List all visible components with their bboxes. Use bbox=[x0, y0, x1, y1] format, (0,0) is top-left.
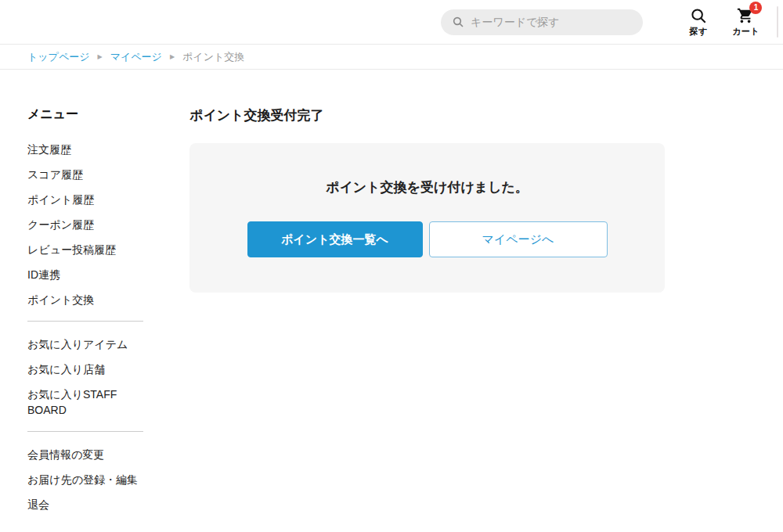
sidebar-item-address-edit[interactable]: お届け先の登録・編集 bbox=[27, 472, 143, 487]
search-icon bbox=[452, 16, 471, 28]
scrollbar-thumb[interactable] bbox=[777, 6, 778, 38]
breadcrumb-current: ポイント交換 bbox=[182, 50, 244, 64]
mypage-button[interactable]: マイページへ bbox=[429, 221, 608, 257]
completion-message: ポイント交換を受け付けました。 bbox=[326, 178, 529, 196]
sidebar-item-member-info[interactable]: 会員情報の変更 bbox=[27, 447, 143, 462]
breadcrumb-link-top[interactable]: トップページ bbox=[27, 50, 90, 64]
sidebar-title: メニュー bbox=[27, 106, 143, 123]
sidebar-item-review-history[interactable]: レビュー投稿履歴 bbox=[27, 242, 143, 257]
point-exchange-list-button[interactable]: ポイント交換一覧へ bbox=[247, 221, 423, 257]
sidebar-item-favorite-staff-board[interactable]: お気に入りSTAFF BOARD bbox=[27, 386, 143, 418]
search-button-label: 探す bbox=[689, 26, 707, 38]
main-content: ポイント交換受付完了 ポイント交換を受け付けました。 ポイント交換一覧へ マイペ… bbox=[189, 106, 665, 293]
search-bar[interactable] bbox=[441, 9, 643, 35]
sidebar-item-favorite-items[interactable]: お気に入りアイテム bbox=[27, 336, 143, 352]
sidebar-item-favorite-shops[interactable]: お気に入り店舗 bbox=[27, 361, 143, 377]
breadcrumb-link-mypage[interactable]: マイページ bbox=[110, 50, 162, 64]
breadcrumb-separator-icon: ▶ bbox=[98, 53, 103, 60]
completion-panel: ポイント交換を受け付けました。 ポイント交換一覧へ マイページへ bbox=[189, 143, 665, 293]
page-title: ポイント交換受付完了 bbox=[189, 106, 665, 124]
magnifier-icon bbox=[690, 7, 707, 24]
sidebar-item-score-history[interactable]: スコア履歴 bbox=[27, 167, 143, 182]
sidebar-menu: メニュー 注文履歴 スコア履歴 ポイント履歴 クーポン履歴 レビュー投稿履歴 I… bbox=[27, 106, 143, 522]
sidebar-divider bbox=[27, 431, 143, 432]
header: 探す 1 カート bbox=[0, 0, 783, 45]
breadcrumb-separator-icon: ▶ bbox=[170, 53, 175, 60]
sidebar-divider bbox=[27, 321, 143, 322]
sidebar-item-coupon-history[interactable]: クーポン履歴 bbox=[27, 217, 143, 232]
sidebar-item-point-exchange[interactable]: ポイント交換 bbox=[27, 292, 143, 307]
cart-count-badge: 1 bbox=[749, 2, 762, 14]
breadcrumb: トップページ ▶ マイページ ▶ ポイント交換 bbox=[0, 45, 783, 70]
content-area: メニュー 注文履歴 スコア履歴 ポイント履歴 クーポン履歴 レビュー投稿履歴 I… bbox=[0, 70, 783, 522]
sidebar-item-point-history[interactable]: ポイント履歴 bbox=[27, 192, 143, 207]
search-button[interactable]: 探す bbox=[685, 7, 712, 38]
sidebar-item-order-history[interactable]: 注文履歴 bbox=[27, 142, 143, 157]
cart-button-label: カート bbox=[732, 26, 760, 38]
sidebar-item-id-link[interactable]: ID連携 bbox=[27, 267, 143, 282]
search-input[interactable] bbox=[471, 16, 632, 28]
sidebar-item-withdrawal[interactable]: 退会 bbox=[27, 497, 143, 512]
cart-button[interactable]: 1 カート bbox=[732, 7, 760, 38]
